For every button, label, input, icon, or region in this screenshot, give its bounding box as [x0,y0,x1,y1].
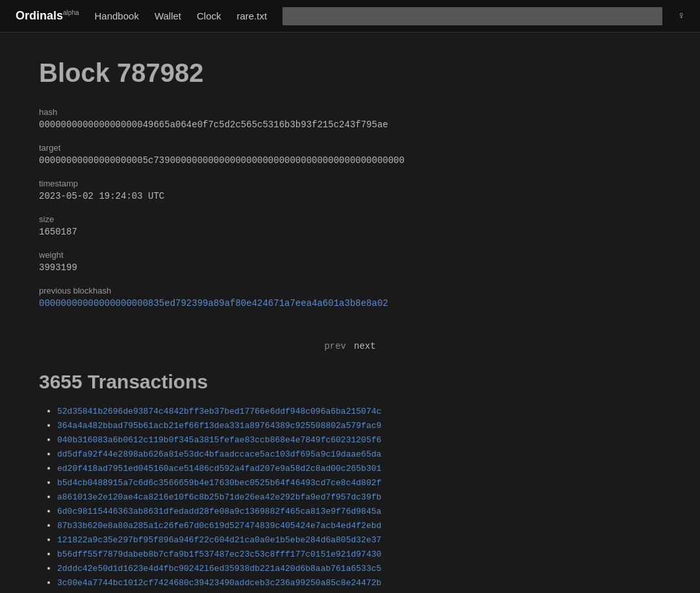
list-item: ed20f418ad7951ed045160ace51486cd592a4fad… [57,463,661,473]
search-input[interactable] [282,7,662,25]
list-item: 2dddc42e50d1d1623e4d4fbc90242l6ed35938db… [57,563,661,574]
tx-link[interactable]: ed20f418ad7951ed045160ace51486cd592a4fad… [57,464,381,473]
size-row: size 1650187 [39,214,661,237]
size-value: 1650187 [39,227,661,237]
list-item: dd5dfa92f44e2898ab626a81e53dc4bfaadccace… [57,449,661,459]
tx-link[interactable]: 2dddc42e50d1d1623e4d4fbc90242l6ed35938db… [57,564,381,574]
brand-logo: Ordinalsalpha [16,9,79,23]
list-item: b56dff55f7879dabeb8b7cfa9b1f537487ec23c5… [57,549,661,559]
nav-link-raretxt[interactable]: rare.txt [237,10,268,21]
tx-link[interactable]: 040b316083a6b0612c119b0f345a3815fefae83c… [57,435,381,445]
block-info: hash 000000000000000000049665a064e0f7c5d… [39,107,661,322]
hash-value: 000000000000000000049665a064e0f7c5d2c565… [39,120,661,130]
tx-link[interactable]: 3c00e4a7744bc1012cf7424680c39423490addce… [57,578,381,588]
prev-blockhash-value[interactable]: 00000000000000000000835ed792399a89af80e4… [39,298,661,309]
search-icon[interactable]: ♀ [678,10,684,22]
weight-row: weight 3993199 [39,250,661,273]
tx-list: 52d35841b2696de93874c4842bff3eb37bed1776… [39,406,661,588]
tx-link[interactable]: dd5dfa92f44e2898ab626a81e53dc4bfaadccace… [57,449,381,459]
next-button[interactable]: next [354,341,376,351]
target-label: target [39,143,661,153]
target-row: target 00000000000000000005c739000000000… [39,143,661,166]
list-item: 6d0c98115446363ab8631dfedadd28fe08a9c136… [57,506,661,516]
prev-button[interactable]: prev [324,341,346,351]
list-item: 040b316083a6b0612c119b0f345a3815fefae83c… [57,435,661,445]
tx-link[interactable]: 121822a9c35e297bf95f896a946f22c604d21ca0… [57,535,381,545]
hash-row: hash 000000000000000000049665a064e0f7c5d… [39,107,661,130]
list-item: b5d4cb0488915a7c6d6c3566659b4e17630bec05… [57,477,661,488]
tx-heading: 3655 Transactions [39,371,661,393]
target-value: 00000000000000000005c7390000000000000000… [39,155,661,166]
tx-link[interactable]: a861013e2e120ae4ca8216e10f6c8b25b71de26e… [57,492,381,502]
nav-link-wallet[interactable]: Wallet [155,10,181,21]
timestamp-label: timestamp [39,179,661,188]
timestamp-row: timestamp 2023-05-02 19:24:03 UTC [39,179,661,201]
page-title: Block 787982 [39,58,661,88]
prev-blockhash-label: previous blockhash [39,286,661,296]
prev-blockhash-row: previous blockhash 000000000000000000008… [39,286,661,309]
navbar: Ordinalsalpha Handbook Wallet Clock rare… [0,0,700,32]
list-item: a861013e2e120ae4ca8216e10f6c8b25b71de26e… [57,492,661,502]
pagination: prev next [39,341,661,351]
tx-link[interactable]: 87b33b620e8a80a285a1c26fe67d0c619d527474… [57,521,381,531]
tx-link[interactable]: 52d35841b2696de93874c4842bff3eb37bed1776… [57,407,381,416]
hash-label: hash [39,107,661,117]
nav-link-handbook[interactable]: Handbook [95,10,139,21]
weight-value: 3993199 [39,262,661,273]
list-item: 121822a9c35e297bf95f896a946f22c604d21ca0… [57,535,661,545]
tx-link[interactable]: b56dff55f7879dabeb8b7cfa9b1f537487ec23c5… [57,549,381,559]
tx-link[interactable]: 364a4a482bbad795b61acb21ef66f13dea331a89… [57,421,381,431]
tx-link[interactable]: 6d0c98115446363ab8631dfedadd28fe08a9c136… [57,507,381,516]
list-item: 87b33b620e8a80a285a1c26fe67d0c619d527474… [57,520,661,531]
tx-link[interactable]: b5d4cb0488915a7c6d6c3566659b4e17630bec05… [57,478,381,488]
size-label: size [39,214,661,224]
list-item: 3c00e4a7744bc1012cf7424680c39423490addce… [57,577,661,588]
weight-label: weight [39,250,661,260]
timestamp-value: 2023-05-02 19:24:03 UTC [39,191,661,201]
nav-link-clock[interactable]: Clock [197,10,221,21]
main-content: Block 787982 hash 0000000000000000000496… [0,32,700,593]
list-item: 364a4a482bbad795b61acb21ef66f13dea331a89… [57,420,661,431]
list-item: 52d35841b2696de93874c4842bff3eb37bed1776… [57,406,661,416]
